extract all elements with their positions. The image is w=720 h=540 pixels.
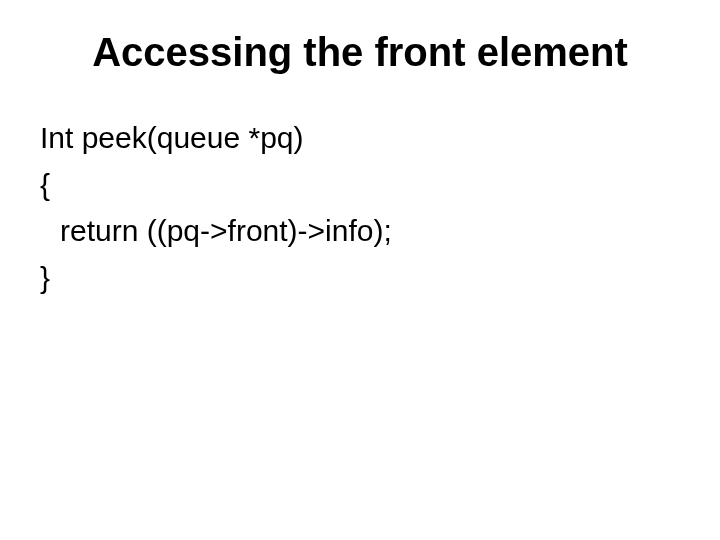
slide-container: Accessing the front element Int peek(que… — [0, 0, 720, 540]
code-line-1: Int peek(queue *pq) — [40, 115, 680, 162]
slide-content: Int peek(queue *pq) { return ((pq->front… — [40, 115, 680, 301]
slide-title: Accessing the front element — [40, 30, 680, 75]
code-line-4: } — [40, 255, 680, 302]
code-line-2: { — [40, 162, 680, 209]
code-line-3: return ((pq->front)->info); — [40, 208, 680, 255]
